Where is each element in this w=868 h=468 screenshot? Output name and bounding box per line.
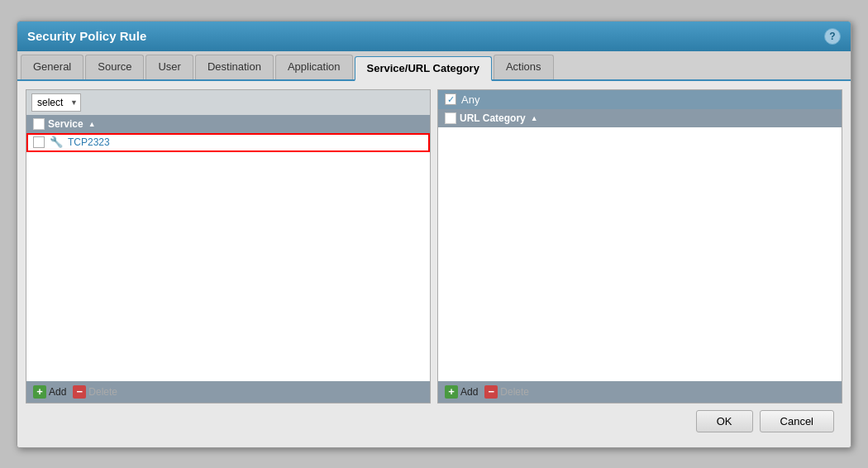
service-sort-arrow[interactable]: ▲ [88,120,96,128]
service-list-item[interactable]: 🔧 TCP2323 [26,133,430,152]
any-label: Any [461,93,479,106]
dialog-title: Security Policy Rule [27,29,146,43]
tab-destination[interactable]: Destination [195,55,274,79]
tab-bar: General Source User Destination Applicat… [17,51,851,81]
url-category-add-label: Add [460,386,478,398]
url-category-header-check[interactable] [445,112,456,124]
service-header-label: Service [48,118,83,130]
service-panel: select Service ▲ 🔧 TCP2323 [26,89,431,404]
cancel-button[interactable]: Cancel [760,410,834,432]
service-dropdown[interactable]: select [31,93,81,112]
dialog: Security Policy Rule ? General Source Us… [17,21,851,448]
service-delete-label: Delete [88,386,117,398]
help-icon[interactable]: ? [824,28,841,45]
tab-service-url[interactable]: Service/URL Category [355,56,492,81]
url-category-add-button[interactable]: + Add [445,385,478,399]
service-delete-icon: − [73,385,86,399]
url-category-list-body [438,127,842,381]
panels-row: select Service ▲ 🔧 TCP2323 [26,89,842,404]
service-header: Service ▲ [26,115,430,133]
service-item-name: TCP2323 [68,136,110,148]
service-item-checkbox[interactable] [33,136,45,148]
service-wrench-icon: 🔧 [50,136,63,149]
service-add-button[interactable]: + Add [33,385,66,399]
any-checkbox[interactable]: ✓ [445,93,456,105]
url-category-add-icon: + [445,385,458,399]
service-footer: + Add − Delete [26,381,430,403]
tab-actions[interactable]: Actions [494,55,554,79]
url-category-footer: + Add − Delete [438,381,842,403]
service-add-icon: + [33,385,46,399]
footer-buttons: OK Cancel [26,404,842,439]
url-category-delete-button[interactable]: − Delete [484,385,529,399]
service-header-check[interactable] [33,118,45,130]
dialog-header: Security Policy Rule ? [17,21,851,51]
url-category-delete-icon: − [484,385,498,399]
service-toolbar: select [26,90,430,115]
service-list-body: 🔧 TCP2323 [26,133,430,381]
url-category-panel: ✓ Any URL Category ▲ + Add [437,89,842,404]
url-category-sort-arrow[interactable]: ▲ [531,114,538,122]
tab-general[interactable]: General [21,55,83,79]
tab-application[interactable]: Application [275,55,353,79]
url-category-delete-label: Delete [500,386,529,398]
content-area: select Service ▲ 🔧 TCP2323 [17,81,851,447]
any-row[interactable]: ✓ Any [438,90,842,109]
service-select-wrapper[interactable]: select [31,93,81,112]
service-add-label: Add [49,386,66,398]
url-category-header-label: URL Category [460,112,526,124]
url-category-header: URL Category ▲ [438,109,842,127]
service-delete-button[interactable]: − Delete [73,385,117,399]
ok-button[interactable]: OK [696,410,753,432]
tab-user[interactable]: User [145,55,193,79]
tab-source[interactable]: Source [85,55,144,79]
